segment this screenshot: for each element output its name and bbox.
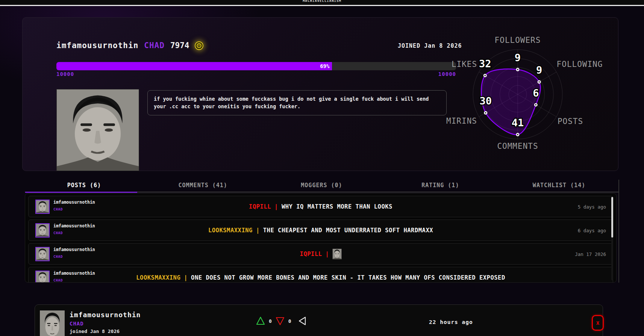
- radar-data-point-center: [485, 112, 486, 114]
- active-tab-indicator: [25, 192, 137, 193]
- post-author-username[interactable]: imfamousurnothin: [53, 247, 95, 252]
- stats-radar-chart: FOLLOWERSFOLLOWINGPOSTSCOMMENTSMIRINSLIK…: [432, 33, 605, 157]
- post-separator: |: [274, 203, 278, 210]
- downvote-count: 0: [288, 318, 291, 324]
- tab-label: WATCHLIST (14): [533, 182, 585, 189]
- post-tag: LOOKSMAXXING: [208, 227, 253, 234]
- post-tag: IQPILL: [300, 251, 322, 257]
- post-date: Jan 17 2026: [575, 251, 606, 257]
- comment-author-avatar[interactable]: [40, 310, 65, 336]
- xp-min-label: 10000: [56, 71, 74, 77]
- comment-author-rank: CHAD: [70, 321, 84, 327]
- post-date: 6 days ago: [578, 227, 606, 233]
- tab-posts[interactable]: POSTS (6): [25, 180, 144, 192]
- radar-data-point-center: [517, 134, 518, 135]
- post-author: imfamousurnothin CHAD: [53, 247, 95, 259]
- radar-data-point-center: [484, 75, 486, 76]
- radar-data-point-center: [535, 104, 536, 106]
- xp-progress-bar: 69%: [56, 62, 456, 70]
- radar-data-point-center: [538, 81, 540, 83]
- post-title[interactable]: LOOKSMAXXING | ONE DOES NOT GROW MORE BO…: [136, 274, 505, 281]
- post-author-rank: CHAD: [53, 231, 95, 235]
- post-author-rank: CHAD: [53, 254, 95, 259]
- tab-rating[interactable]: RATING (1): [381, 180, 500, 192]
- radar-data-point-center: [517, 69, 518, 70]
- post-author-avatar[interactable]: [35, 223, 50, 238]
- posts-list: imfamousurnothin CHAD IQPILL | WHY IQ MA…: [25, 193, 617, 283]
- post-author-username[interactable]: imfamousurnothin: [53, 223, 95, 229]
- post-author-rank: CHAD: [53, 278, 95, 282]
- tab-watchlist[interactable]: WATCHLIST (14): [500, 180, 618, 192]
- post-thumbnail-image: [332, 249, 341, 259]
- profile-page: MACHIAVELLIANISM imfamousurnothin CHAD 7…: [0, 0, 644, 336]
- delete-comment-button[interactable]: x: [592, 315, 604, 331]
- radar-axis-label: MIRINS: [446, 117, 477, 126]
- post-title-text: ONE DOES NOT GROW MORE BONES AND MORE SK…: [191, 274, 505, 281]
- tab-moggers[interactable]: MOGGERS (0): [262, 180, 381, 192]
- post-author-avatar[interactable]: [35, 271, 50, 283]
- xp-bounds: 10000 10000: [56, 71, 456, 77]
- post-title[interactable]: LOOKSMAXXING | THE CHEAPEST AND MOST UND…: [208, 227, 433, 234]
- post-row[interactable]: imfamousurnothin CHAD LOOKSMAXXING | ONE…: [28, 267, 613, 283]
- post-title[interactable]: IQPILL | WHY IQ MATTERS MORE THAN LOOKS: [249, 203, 392, 210]
- comment-timestamp: 22 hours ago: [429, 319, 473, 325]
- post-author-avatar[interactable]: [35, 247, 50, 261]
- comment-author-joined: joined Jan 8 2026: [70, 328, 120, 334]
- radar-value-label: 9: [536, 64, 542, 76]
- post-title-text: WHY IQ MATTERS MORE THAN LOOKS: [282, 203, 392, 210]
- vote-controls: 0 0: [256, 316, 308, 326]
- radar-value-label: 41: [512, 117, 524, 129]
- radar-axis-label: COMMENTS: [497, 142, 538, 151]
- post-tag: LOOKSMAXXING: [136, 274, 180, 281]
- post-tag: IQPILL: [249, 203, 271, 210]
- tab-label: MOGGERS (0): [301, 182, 342, 189]
- post-author: imfamousurnothin CHAD: [53, 200, 95, 211]
- post-row[interactable]: imfamousurnothin CHAD IQPILL | WHY IQ MA…: [28, 196, 613, 217]
- profile-score: 7974: [170, 41, 189, 50]
- header-divider: [0, 5, 644, 6]
- post-title[interactable]: IQPILL |: [300, 249, 342, 259]
- post-author-username[interactable]: imfamousurnothin: [53, 200, 95, 205]
- tab-comments[interactable]: COMMENTS (41): [144, 180, 262, 192]
- radar-value-label: 32: [479, 58, 491, 70]
- radar-axis-label: POSTS: [558, 117, 583, 126]
- downvote-icon[interactable]: [275, 316, 285, 326]
- post-author-rank: CHAD: [53, 207, 95, 211]
- badge-icon: [195, 41, 203, 50]
- radar-axis-label: FOLLOWING: [557, 60, 603, 69]
- comment-card: imfamousurnothin CHAD joined Jan 8 2026 …: [35, 304, 603, 336]
- post-separator: |: [184, 274, 188, 281]
- radar-value-label: 9: [515, 52, 521, 64]
- post-author-avatar[interactable]: [35, 200, 50, 214]
- post-author-username[interactable]: imfamousurnothin: [53, 271, 95, 276]
- top-bar: MACHIAVELLIANISM: [0, 0, 644, 5]
- site-logo[interactable]: MACHIAVELLIANISM: [303, 0, 341, 3]
- upvote-icon[interactable]: [256, 316, 265, 326]
- post-row[interactable]: imfamousurnothin CHAD IQPILL | Jan 17 20…: [28, 243, 613, 265]
- radar-value-label: 30: [480, 95, 492, 107]
- post-separator: |: [326, 251, 329, 257]
- radar-axis-label: FOLLOWERS: [495, 36, 541, 45]
- post-row[interactable]: imfamousurnothin CHAD LOOKSMAXXING | THE…: [28, 219, 613, 241]
- tab-label: POSTS (6): [67, 182, 101, 189]
- reply-arrow-icon[interactable]: [298, 316, 308, 326]
- section-divider: [618, 180, 619, 283]
- post-author: imfamousurnothin CHAD: [53, 223, 95, 235]
- tab-label: COMMENTS (41): [178, 182, 227, 189]
- tabs-bar: POSTS (6) COMMENTS (41) MOGGERS (0) RATI…: [25, 180, 618, 192]
- profile-quote: if you fucking whine about some fucckass…: [147, 90, 447, 115]
- xp-fill: 69%: [56, 62, 332, 70]
- radar-axis-label: LIKES: [452, 60, 477, 69]
- upvote-count: 0: [269, 318, 272, 324]
- tab-label: RATING (1): [421, 182, 459, 189]
- comment-author-username[interactable]: imfamousurnothin: [70, 311, 141, 319]
- profile-rank-label: CHAD: [144, 41, 165, 50]
- profile-avatar[interactable]: [56, 89, 139, 171]
- profile-header: imfamousurnothin CHAD 7974: [56, 41, 203, 50]
- post-date: 5 days ago: [578, 204, 606, 209]
- post-author: imfamousurnothin CHAD: [53, 271, 95, 282]
- xp-percent-label: 69%: [320, 63, 329, 69]
- profile-username: imfamousurnothin: [56, 41, 138, 50]
- post-separator: |: [256, 227, 260, 234]
- posts-scrollbar-thumb[interactable]: [611, 197, 613, 238]
